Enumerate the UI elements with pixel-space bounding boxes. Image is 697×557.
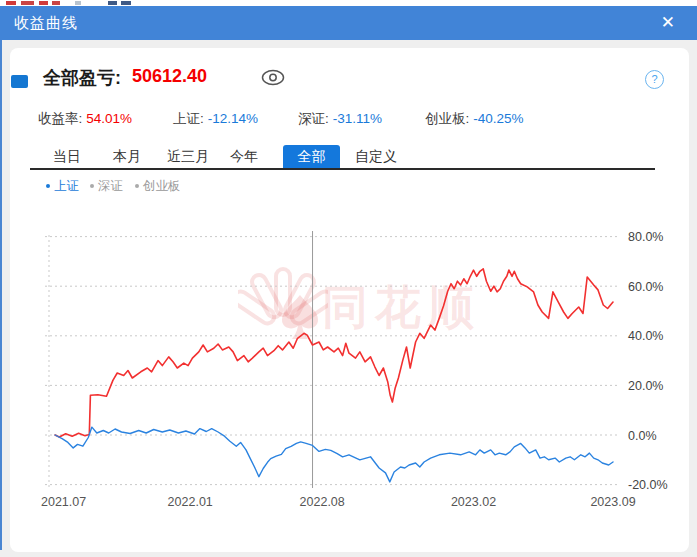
tab-3-months[interactable]: 近三月 [167,148,209,166]
legend-dot [90,184,94,188]
clipped-red-text-fragment [6,1,16,5]
profit-curve-chart[interactable]: 同花顺 80.0%60.0%40.0%20.0%0.0%-20.0%2021.0… [0,215,697,515]
blue-square-bullet-icon [11,75,28,88]
stat-value: -12.14% [208,111,258,126]
x-axis-label: 2022.01 [168,495,213,509]
clipped-icon-fragment [121,1,131,5]
tab-today[interactable]: 当日 [53,148,81,166]
tab-this-year[interactable]: 今年 [230,148,258,166]
x-axis-label: 2023.02 [451,495,496,509]
legend-label: 深证 [98,179,123,193]
stat-label: 上证: [173,111,204,126]
clipped-icon-fragment [108,1,117,5]
y-axis-label: 40.0% [628,329,663,343]
stat-value: -31.11% [333,111,382,126]
stat-label: 创业板: [425,111,469,126]
legend-szse[interactable]: 深证 [90,178,123,195]
legend-label: 创业板 [143,179,181,193]
x-axis-label: 2021.07 [41,495,86,509]
dialog-titlebar: 收益曲线 ✕ [0,6,697,40]
tab-custom[interactable]: 自定义 [355,148,397,166]
clipped-red-text-fragment [52,1,60,5]
stat-sse: 上证:-12.14% [173,110,258,128]
plot-area[interactable]: 80.0%60.0%40.0%20.0%0.0%-20.0%2021.07202… [0,215,697,515]
y-axis-label: 80.0% [628,230,663,244]
legend-sse[interactable]: 上证 [46,178,79,195]
x-axis-label: 2023.09 [590,495,635,509]
total-pl-value: 50612.40 [132,66,207,87]
clipped-red-text-fragment [21,1,34,5]
profit-curve-dialog: 收益曲线 ✕ 全部盈亏: 50612.40 ? 收益率:54.01% 上证:-1… [0,0,697,557]
legend-chinext[interactable]: 创业板 [135,178,181,195]
dialog-title: 收益曲线 [14,14,78,33]
stat-return-rate: 收益率:54.01% [38,110,132,128]
clipped-icon-fragment [75,1,81,5]
legend-dot [135,184,139,188]
help-icon[interactable]: ? [645,70,664,89]
stat-label: 深证: [298,111,329,126]
close-icon[interactable]: ✕ [661,12,675,34]
y-axis-label: 20.0% [628,379,663,393]
series-收益率 [55,269,613,437]
clipped-red-text-fragment [39,1,48,5]
eye-icon[interactable] [260,68,286,87]
stat-szse: 深证:-31.11% [298,110,382,128]
series-上证 [55,427,613,482]
legend-dot [46,184,50,188]
x-axis-label: 2022.08 [300,495,345,509]
y-axis-label: -20.0% [628,478,668,492]
stat-label: 收益率: [38,111,82,126]
stat-chinext: 创业板:-40.25% [425,110,524,128]
y-axis-label: 0.0% [628,429,657,443]
tab-all-active[interactable]: 全部 [283,145,340,168]
tabs-underline [30,168,655,170]
total-pl-label: 全部盈亏: [43,66,121,90]
stat-value: 54.01% [86,111,132,126]
stat-value: -40.25% [473,111,523,126]
tab-this-month[interactable]: 本月 [113,148,141,166]
legend-label: 上证 [54,179,79,193]
y-axis-label: 60.0% [628,280,663,294]
